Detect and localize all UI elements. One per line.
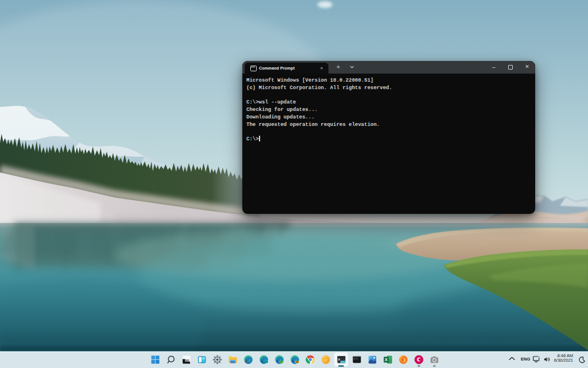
svg-text:CAN: CAN: [295, 361, 299, 363]
svg-text:X: X: [384, 357, 387, 362]
svg-text:C:\_: C:\_: [354, 358, 359, 360]
svg-text:DEV: DEV: [280, 361, 283, 363]
svg-text:BETA: BETA: [264, 361, 268, 363]
